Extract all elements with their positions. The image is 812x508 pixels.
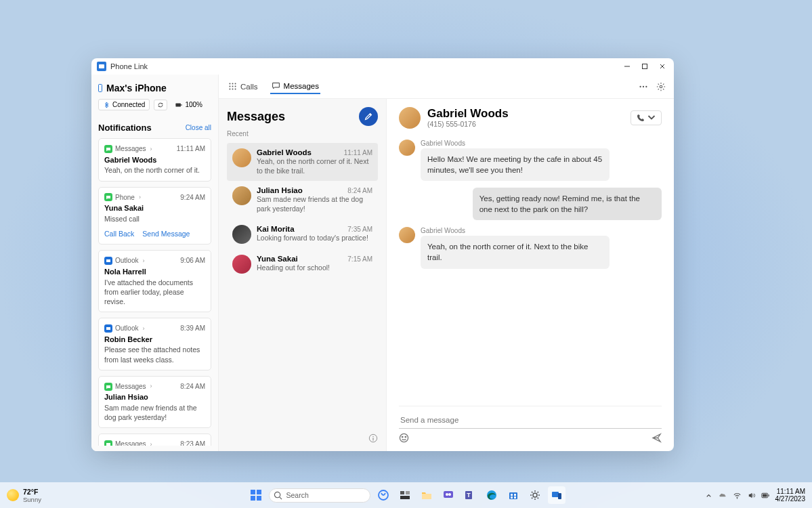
svg-point-16 [232,89,234,90]
taskbar-app-store[interactable] [505,486,522,504]
taskbar-app-taskview[interactable] [396,486,414,504]
start-button[interactable] [247,486,265,504]
svg-text:T: T [467,492,471,499]
tray-wifi-icon[interactable] [733,491,742,500]
refresh-button[interactable] [154,100,167,110]
chevron-right-icon: › [150,382,152,390]
notification-card[interactable]: Messages›8:24 AM Julian Hsiao Sam made n… [98,376,211,429]
svg-rect-31 [251,496,255,501]
svg-rect-39 [422,494,431,499]
app-icon [97,62,106,71]
notification-title: Nola Harrell [104,267,205,277]
contact-avatar [399,107,421,129]
svg-point-13 [232,86,234,87]
send-icon[interactable] [651,433,662,443]
svg-rect-46 [509,492,517,499]
chevron-right-icon: › [139,193,141,201]
taskbar-app-teams[interactable]: T [461,486,479,504]
svg-point-9 [229,83,230,84]
taskbar-app-chat[interactable] [440,486,457,504]
app-title: Phone Link [110,62,148,70]
svg-rect-36 [400,491,404,494]
thread-time: 8:24 AM [347,187,372,194]
thread-preview: Sam made new friends at the dog park yes… [257,195,372,213]
tray-chevron-icon[interactable] [704,491,713,500]
thread-time: 7:15 AM [347,255,372,263]
close-button[interactable] [659,63,666,70]
dialpad-icon [228,82,237,91]
svg-line-34 [279,496,281,499]
notification-time: 9:24 AM [180,193,205,203]
svg-rect-7 [106,259,110,262]
message-bubble: Yes, getting ready now! Remind me, is th… [473,188,662,220]
svg-point-33 [274,492,280,497]
more-icon[interactable] [639,82,648,91]
taskbar-app-settings[interactable] [526,486,544,504]
thread-item[interactable]: Julian Hsiao8:24 AM Sam made new friends… [227,181,378,219]
notification-action[interactable]: Send Message [142,229,190,238]
notification-card[interactable]: Messages›11:11 AM Gabriel Woods Yeah, on… [98,138,211,182]
thread-item[interactable]: Kai Morita7:35 AM Looking forward to tod… [227,219,378,249]
thread-item[interactable]: Yuna Sakai7:15 AM Heading out for school… [227,249,378,279]
phone-link-window: Phone Link Max's iPhone Connected [91,58,674,451]
svg-point-20 [645,85,647,87]
message-group: Gabriel WoodsHello Max! We are meeting b… [399,140,662,181]
message-input[interactable] [399,412,662,429]
weather-widget[interactable]: 72°F Sunny [7,488,41,503]
message-sender: Gabriel Woods [421,140,610,147]
titlebar[interactable]: Phone Link [91,58,674,75]
tab-messages[interactable]: Messages [270,79,320,94]
notification-body: Yeah, on the north corner of it. [104,165,205,175]
recent-label: Recent [227,130,378,137]
emoji-icon[interactable] [399,433,409,443]
connection-status[interactable]: Connected [98,99,150,110]
tab-calls[interactable]: Calls [227,79,259,93]
notification-card[interactable]: Outlook›8:39 AM Robin Becker Please see … [98,318,211,371]
chevron-right-icon: › [142,257,144,265]
svg-rect-48 [514,494,516,496]
taskbar-app-copilot[interactable] [375,486,392,504]
message-group: Gabriel WoodsYeah, on the north corner o… [399,227,662,268]
tray-volume-icon[interactable] [747,491,756,500]
maximize-button[interactable] [641,63,648,70]
settings-icon[interactable] [656,82,666,91]
svg-rect-0 [99,64,104,68]
chevron-right-icon: › [142,324,144,333]
taskbar-app-explorer[interactable] [418,486,435,504]
messages-app-icon [104,193,112,201]
notification-action[interactable]: Call Back [104,229,134,238]
svg-rect-56 [763,494,767,496]
info-icon[interactable] [368,433,378,443]
svg-point-21 [660,85,662,88]
notification-app: Messages [115,144,146,154]
notification-app: Messages [115,382,146,391]
taskbar-app-edge[interactable] [483,486,500,504]
notification-card[interactable]: Outlook›9:06 AM Nola Harrell I've attach… [98,250,211,312]
taskbar-search[interactable]: Search [269,488,370,503]
thread-item[interactable]: Gabriel Woods11:11 AM Yeah, on the north… [227,143,378,181]
device-name: Max's iPhone [98,83,211,93]
compose-button[interactable] [359,107,378,126]
tray-onedrive-icon[interactable] [719,491,727,500]
minimize-button[interactable] [624,63,631,70]
call-button[interactable] [631,110,662,125]
sun-icon [7,489,19,501]
svg-point-19 [643,85,644,87]
tray-battery-icon[interactable] [761,491,770,500]
chevron-right-icon: › [150,440,152,446]
taskbar: 72°F Sunny Search T 11:11 AM 4/27/2023 [0,482,812,508]
notification-card[interactable]: Phone›9:24 AM Yuna Sakai Missed callCall… [98,187,211,245]
thread-avatar [232,148,251,167]
notification-app: Outlook [115,324,138,333]
thread-time: 11:11 AM [344,149,372,156]
topbar: Calls Messages [219,75,674,99]
notification-body: Missed call [104,214,205,224]
taskbar-app-phonelink[interactable] [548,486,565,504]
taskbar-clock[interactable]: 11:11 AM 4/27/2023 [775,488,806,503]
outlook-app-icon [104,324,112,333]
notification-title: Yuna Sakai [104,203,205,213]
close-all-link[interactable]: Close all [186,124,211,131]
notification-card[interactable]: Messages›8:23 AM Julian Hsiao Thanks for… [98,433,211,446]
chevron-down-icon [647,114,656,122]
messages-app-icon [104,145,112,153]
